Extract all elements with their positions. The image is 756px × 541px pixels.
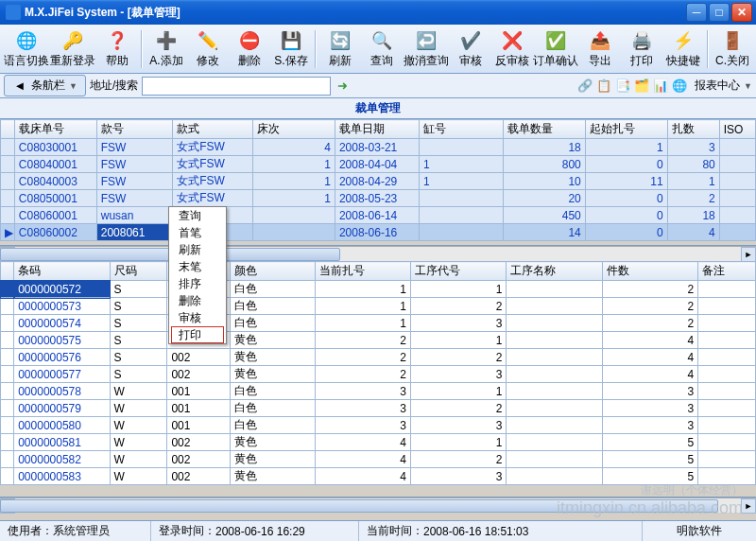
grid2-hscroll[interactable]: ◄ ► [0, 497, 756, 513]
col-header[interactable]: 件数 [602, 262, 697, 281]
menu-item-审核[interactable]: 审核 [169, 309, 226, 326]
table-row[interactable]: C08060001wusan靓仔装2008-06-14450018 [1, 207, 756, 224]
relogin-button[interactable]: 🔑重新登录 [51, 26, 96, 72]
grid1-hscroll[interactable]: ◄ ► [0, 246, 756, 261]
table-row[interactable]: 0000000573S白色122 [1, 298, 756, 315]
toolbar-icon-1[interactable]: 🔗 [577, 79, 593, 94]
confirm-icon: ✅ [544, 29, 567, 52]
table-row[interactable]: 0000000579W001白色323 [1, 400, 756, 417]
col-header[interactable]: 当前扎号 [315, 262, 410, 281]
unaudit-button[interactable]: ❌反审核 [492, 26, 532, 72]
relogin-label: 重新登录 [50, 53, 95, 69]
table-row[interactable]: ▶C0806000220080612008-06-161404 [1, 224, 756, 241]
maximize-button[interactable]: □ [709, 3, 730, 22]
report-center-link[interactable]: 报表中心 [695, 78, 740, 94]
table-row[interactable]: 0000000582W002黄色425 [1, 451, 756, 468]
address-input[interactable] [142, 77, 331, 96]
col-header[interactable]: 工序名称 [507, 262, 602, 281]
toolbar-icon-3[interactable]: 📑 [615, 79, 630, 94]
shortcut-label: 快捷键 [666, 53, 700, 69]
app-icon [6, 5, 21, 20]
barcode-grid[interactable]: 条码尺码颜色当前扎号工序代号工序名称件数备注0000000572S白色11200… [0, 261, 756, 485]
help-label: 帮助 [106, 53, 129, 69]
edit-icon: ✏️ [197, 29, 219, 52]
toolbar-icon-4[interactable]: 🗂️ [634, 79, 649, 94]
grid2-wrap: 条码尺码颜色当前扎号工序代号工序名称件数备注0000000572S白色11200… [0, 261, 756, 497]
print-button[interactable]: 🖨️打印 [622, 26, 662, 72]
col-header[interactable]: 款号 [96, 120, 173, 139]
table-row[interactable]: 0000000572S白色112 [1, 281, 756, 298]
query-button[interactable]: 🔍查询 [362, 26, 402, 72]
close-button[interactable]: ✕ [731, 3, 752, 22]
menu-item-排序[interactable]: 排序 [169, 275, 226, 292]
undo-query-button[interactable]: ↩️撤消查询 [404, 26, 449, 72]
col-header[interactable]: 颜色 [231, 262, 315, 281]
close-icon: 🚪 [721, 29, 744, 52]
export-button[interactable]: 📤导出 [580, 26, 620, 72]
col-header[interactable]: 载单日期 [335, 120, 419, 139]
table-row[interactable]: C08040001FSW女式FSW12008-04-041800080 [1, 156, 756, 173]
table-row[interactable]: 0000000578W001白色313 [1, 383, 756, 400]
col-header[interactable]: 载床单号 [14, 120, 96, 139]
toolbar-icon-6[interactable]: 🌐 [672, 79, 687, 94]
audit-button[interactable]: ✔️审核 [451, 26, 490, 72]
menu-item-刷新[interactable]: 刷新 [169, 241, 226, 258]
col-header[interactable]: 载单数量 [503, 120, 585, 139]
col-header[interactable]: 扎数 [667, 120, 719, 139]
table-row[interactable]: C08040003FSW女式FSW12008-04-29110111 [1, 173, 756, 190]
col-header[interactable]: ISO [719, 120, 755, 139]
col-header[interactable] [1, 120, 15, 139]
table-row[interactable]: 0000000583W002黄色435 [1, 468, 756, 485]
col-header[interactable]: 条码 [14, 262, 110, 281]
context-menu[interactable]: 查询首笔刷新末笔排序删除审核打印 [168, 206, 227, 344]
save-button[interactable]: 💾S.保存 [271, 26, 311, 72]
table-row[interactable]: C08030001FSW女式FSW42008-03-211813 [1, 139, 756, 156]
scroll-right-icon[interactable]: ► [741, 247, 756, 262]
table-row[interactable]: 0000000574S白色132 [1, 315, 756, 332]
menu-item-查询[interactable]: 查询 [169, 207, 226, 224]
table-row[interactable]: 0000000581W002黄色415 [1, 434, 756, 451]
table-row[interactable]: 0000000577S002黄色234 [1, 366, 756, 383]
menu-item-打印[interactable]: 打印 [171, 326, 224, 343]
go-icon[interactable]: ➜ [335, 79, 350, 94]
add-button[interactable]: ➕A.添加 [146, 26, 186, 72]
close-button[interactable]: 🚪C.关闭 [713, 26, 752, 72]
col-header[interactable]: 备注 [698, 262, 756, 281]
save-icon: 💾 [280, 29, 302, 52]
cut-order-grid[interactable]: 载床单号款号款式床次载单日期缸号载单数量起始扎号扎数ISOC08030001FS… [0, 119, 756, 241]
edit-button[interactable]: ✏️修改 [188, 26, 228, 72]
nav-chip[interactable]: ◄ 条航栏 ▼ [4, 75, 86, 96]
audit-label: 审核 [459, 53, 482, 69]
addr-label: 地址/搜索 [90, 78, 138, 94]
confirm-button[interactable]: ✅订单确认 [534, 26, 579, 72]
menu-item-首笔[interactable]: 首笔 [169, 224, 226, 241]
table-row[interactable]: C08050001FSW女式FSW12008-05-232002 [1, 190, 756, 207]
scroll-thumb[interactable] [0, 499, 718, 513]
export-label: 导出 [589, 53, 611, 69]
col-header[interactable] [1, 262, 14, 281]
col-header[interactable]: 工序代号 [410, 262, 506, 281]
toolbar-icon-2[interactable]: 📋 [596, 79, 611, 94]
shortcut-button[interactable]: ⚡快捷键 [663, 26, 703, 72]
table-row[interactable]: 0000000576S002黄色224 [1, 349, 756, 366]
add-label: A.添加 [149, 53, 182, 69]
confirm-label: 订单确认 [533, 53, 578, 69]
menu-item-删除[interactable]: 删除 [169, 292, 226, 309]
menu-item-末笔[interactable]: 末笔 [169, 258, 226, 275]
scroll-right-icon[interactable]: ► [741, 498, 756, 514]
delete-button[interactable]: ⛔删除 [230, 26, 269, 72]
col-header[interactable]: 起始扎号 [585, 120, 667, 139]
help-button[interactable]: ❓帮助 [97, 26, 137, 72]
col-header[interactable]: 尺码 [110, 262, 167, 281]
col-header[interactable]: 床次 [253, 120, 335, 139]
col-header[interactable]: 缸号 [419, 120, 503, 139]
table-row[interactable]: 0000000575S黄色214 [1, 332, 756, 349]
refresh-button[interactable]: 🔄刷新 [320, 26, 360, 72]
toolbar-icon-5[interactable]: 📊 [653, 79, 668, 94]
col-header[interactable]: 款式 [173, 120, 253, 139]
minimize-button[interactable]: ─ [686, 3, 707, 22]
table-row[interactable]: 0000000580W001白色333 [1, 417, 756, 434]
page-header: 裁单管理 [0, 98, 756, 119]
main-toolbar: 🌐语言切换🔑重新登录❓帮助➕A.添加✏️修改⛔删除💾S.保存🔄刷新🔍查询↩️撤消… [0, 25, 756, 74]
lang-switch-button[interactable]: 🌐语言切换 [4, 26, 49, 72]
